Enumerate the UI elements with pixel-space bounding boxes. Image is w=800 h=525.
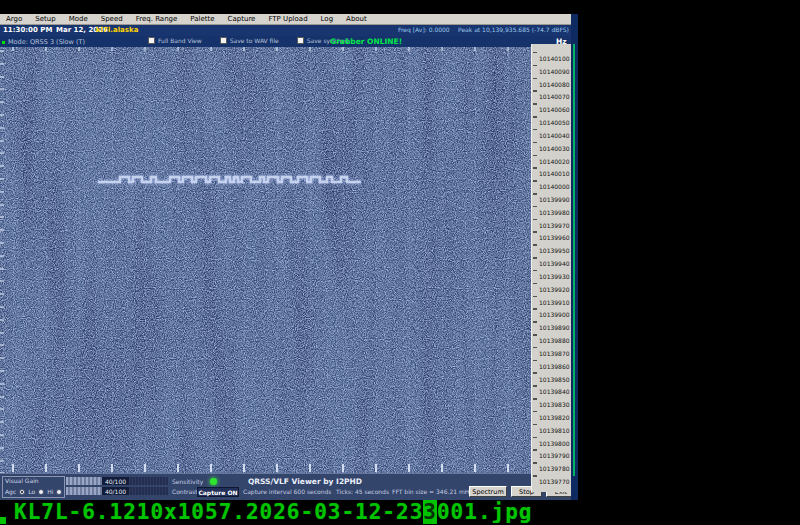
- time-gridline: [178, 47, 179, 473]
- scale-label: 10139910: [539, 299, 570, 306]
- visual-gain-group: Visual Gain Agc Lo Hi: [2, 476, 65, 498]
- agc-radio[interactable]: [19, 489, 25, 495]
- menu-freq-range[interactable]: Freq. Range: [130, 15, 185, 23]
- scale-label: 10139860: [539, 363, 570, 370]
- scale-label: 10139780: [539, 465, 570, 472]
- agc-label: Agc: [5, 488, 16, 495]
- frequency-scale-ticks: [533, 52, 537, 484]
- menu-setup[interactable]: Setup: [29, 15, 62, 23]
- time-gridline: [244, 47, 245, 473]
- scale-label: 10139880: [539, 337, 570, 344]
- scale-label: 10139980: [539, 209, 570, 216]
- menu-log[interactable]: Log: [315, 15, 341, 23]
- scale-label: 10139840: [539, 388, 570, 395]
- scale-label: 10139790: [539, 452, 570, 459]
- time-gridline: [145, 47, 146, 473]
- scale-label: 10140010: [539, 170, 570, 177]
- scale-label: 10139930: [539, 273, 570, 280]
- checkbox-icon[interactable]: [148, 37, 155, 44]
- sensitivity-label: Sensitivity: [172, 478, 203, 485]
- checkbox-save-to-wav-file[interactable]: Save to WAV file: [220, 37, 279, 44]
- hi-radio[interactable]: [56, 489, 62, 495]
- clock-time: 11:30:00 PM: [3, 26, 52, 34]
- scale-label: 10139990: [539, 196, 570, 203]
- lo-radio[interactable]: [38, 489, 44, 495]
- scale-label: 10140000: [539, 183, 570, 190]
- scale-label: 10139770: [539, 478, 570, 485]
- time-gridline: [310, 47, 311, 473]
- ticks-info-label: Ticks: 45 seconds: [336, 488, 389, 495]
- peak-readout: Peak at 10,139,935.685 (-74.7 dBFS): [458, 26, 569, 33]
- filename-pre: KL7L-6.1210x1057.2026-03-12-23: [14, 500, 423, 524]
- argo-window: ArgoSetupModeSpeedFreq. RangePaletteCapt…: [0, 14, 578, 500]
- filename-post: 001.jpg: [437, 500, 533, 524]
- sensitivity-slider-track: [129, 477, 168, 485]
- bottom-control-bar: Visual Gain Agc Lo Hi 40/100 40/100 Sens…: [0, 473, 578, 500]
- contrast-slider-fill: [66, 487, 102, 495]
- app-title: QRSS/VLF Viewer by I2PHD: [240, 477, 370, 486]
- time-gridline: [112, 47, 113, 473]
- fft-info-label: FFT bin size = 346.21 mHz: [392, 488, 472, 495]
- terminal-block-cursor: [0, 517, 6, 524]
- capture-interval-label: Capture interval 600 seconds: [243, 488, 331, 495]
- scale-label: 10140050: [539, 119, 570, 126]
- sensitivity-slider[interactable]: 40/100: [66, 477, 168, 485]
- scale-label: 10139960: [539, 234, 570, 241]
- time-gridline: [442, 47, 443, 473]
- sensitivity-slider-fill: [66, 477, 102, 485]
- options-checkbox-group: Full Band ViewSave to WAV fileSave synch…: [148, 37, 348, 44]
- scale-label: 10140100: [539, 55, 570, 62]
- main-area: [0, 47, 578, 473]
- time-gridline: [475, 47, 476, 473]
- scale-label: 10139870: [539, 350, 570, 357]
- waterfall-display: [0, 47, 531, 473]
- time-gridline: [211, 47, 212, 473]
- scale-label: 10140030: [539, 145, 570, 152]
- menu-ftp-upload[interactable]: FTP Upload: [262, 15, 314, 23]
- scale-label: 10140090: [539, 68, 570, 75]
- grabber-filename-text: KL7L-6.1210x1057.2026-03-12-233001.jpg: [14, 500, 532, 524]
- contrast-label: Contrast: [172, 488, 198, 495]
- capture-on-button[interactable]: Capture ON: [197, 487, 239, 497]
- menu-argo[interactable]: Argo: [0, 15, 29, 23]
- scale-edge-line: [573, 44, 575, 476]
- menu-speed[interactable]: Speed: [95, 15, 130, 23]
- visual-gain-label: Visual Gain: [5, 477, 39, 484]
- options-bar: Mode: QRSS 3 (Slow (T) Full Band ViewSav…: [0, 36, 578, 47]
- checkbox-icon[interactable]: [297, 37, 304, 44]
- spectrum-button[interactable]: Spectrum: [469, 486, 507, 497]
- menu-capture[interactable]: Capture: [222, 15, 263, 23]
- scale-label: 10139940: [539, 260, 570, 267]
- scale-label: 10139810: [539, 427, 570, 434]
- time-gridline: [277, 47, 278, 473]
- contrast-value: 40/100: [102, 487, 129, 495]
- freq-average-readout: Freq [Av]: 0.0000: [398, 26, 450, 33]
- menu-palette[interactable]: Palette: [184, 15, 221, 23]
- mode-readout: Mode: QRSS 3 (Slow (T): [8, 38, 85, 46]
- menu-mode[interactable]: Mode: [63, 15, 95, 23]
- scale-label: 10140070: [539, 93, 570, 100]
- scale-label: 10139850: [539, 376, 570, 383]
- time-gridline: [508, 47, 509, 473]
- frequency-scale: 1014010010140090101400801014007010140060…: [531, 44, 571, 492]
- scale-label: 10139900: [539, 311, 570, 318]
- status-bar: 11:30:00 PM Mar 12, 2026 kl7l.alaska Fre…: [0, 25, 578, 36]
- terminal-cursor: 3: [423, 500, 437, 524]
- time-gridline: [79, 47, 80, 473]
- menu-about[interactable]: About: [340, 15, 374, 23]
- time-gridline: [409, 47, 410, 473]
- scale-label: 10139970: [539, 222, 570, 229]
- scale-label: 10139830: [539, 401, 570, 408]
- status-dot-icon: [2, 41, 5, 44]
- scale-label: 10140080: [539, 81, 570, 88]
- checkbox-icon[interactable]: [220, 37, 227, 44]
- scale-label: 10139800: [539, 440, 570, 447]
- contrast-slider[interactable]: 40/100: [66, 487, 168, 495]
- checkbox-full-band-view[interactable]: Full Band View: [148, 37, 202, 44]
- time-gridline: [13, 47, 14, 473]
- menu-bar: ArgoSetupModeSpeedFreq. RangePaletteCapt…: [0, 14, 578, 25]
- time-gridline: [376, 47, 377, 473]
- scale-label: 10139920: [539, 286, 570, 293]
- lo-label: Lo: [28, 488, 35, 495]
- sensitivity-value: 40/100: [102, 477, 129, 485]
